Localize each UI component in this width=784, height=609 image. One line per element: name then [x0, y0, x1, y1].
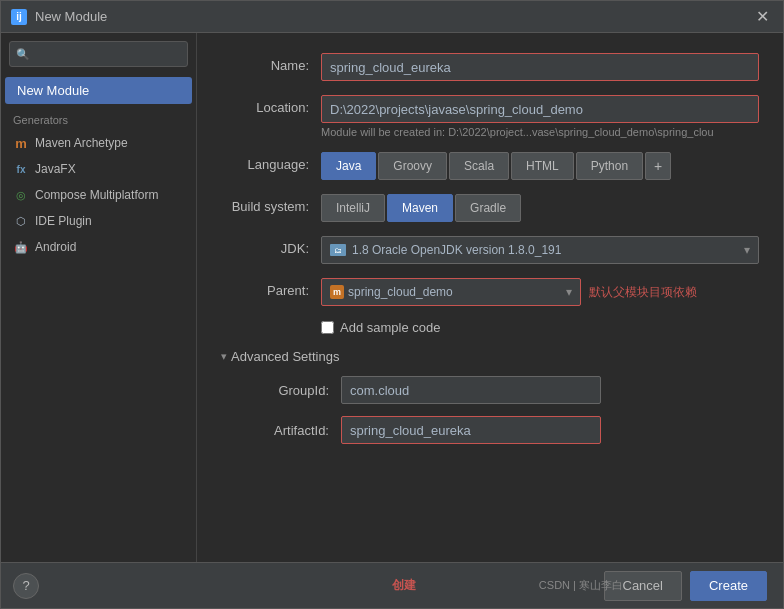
- parent-m-icon: m: [330, 285, 344, 299]
- search-box[interactable]: 🔍: [9, 41, 188, 67]
- parent-dropdown[interactable]: m spring_cloud_demo ▾: [321, 278, 581, 306]
- jdk-row: JDK: 🗂 1.8 Oracle OpenJDK version 1.8.0_…: [221, 236, 759, 264]
- add-sample-code-row: Add sample code: [221, 320, 759, 335]
- sidebar-item-compose[interactable]: ◎ Compose Multiplatform: [1, 182, 196, 208]
- build-system-buttons: IntelliJ Maven Gradle: [321, 194, 759, 222]
- groupid-label: GroupId:: [261, 383, 341, 398]
- parent-label: Parent:: [221, 278, 321, 298]
- location-label: Location:: [221, 95, 321, 115]
- groupid-row: GroupId:: [221, 376, 759, 404]
- build-system-row: Build system: IntelliJ Maven Gradle: [221, 194, 759, 222]
- artifactid-label: ArtifactId:: [261, 423, 341, 438]
- close-button[interactable]: ✕: [752, 7, 773, 26]
- lang-add-button[interactable]: +: [645, 152, 671, 180]
- parent-chevron-icon: ▾: [566, 285, 572, 299]
- artifactid-row: ArtifactId:: [221, 416, 759, 444]
- javafx-icon: fx: [13, 161, 29, 177]
- sidebar-item-new-module[interactable]: New Module: [5, 77, 192, 104]
- lang-python-button[interactable]: Python: [576, 152, 643, 180]
- location-hint: Module will be created in: D:\2022\proje…: [321, 126, 759, 138]
- location-input[interactable]: [321, 95, 759, 123]
- jdk-dropdown[interactable]: 🗂 1.8 Oracle OpenJDK version 1.8.0_191 ▾: [321, 236, 759, 264]
- lang-scala-button[interactable]: Scala: [449, 152, 509, 180]
- dialog-content: 🔍 New Module Generators m Maven Archetyp…: [1, 33, 783, 562]
- name-row: Name:: [221, 53, 759, 81]
- name-input[interactable]: [321, 53, 759, 81]
- parent-field: m spring_cloud_demo ▾ 默认父模块目项依赖: [321, 278, 759, 306]
- location-row: Location: Module will be created in: D:\…: [221, 95, 759, 138]
- maven-icon: m: [13, 135, 29, 151]
- jdk-icon: 🗂: [330, 244, 346, 256]
- parent-value: spring_cloud_demo: [348, 285, 453, 299]
- language-label: Language:: [221, 152, 321, 172]
- lang-groovy-button[interactable]: Groovy: [378, 152, 447, 180]
- build-maven-button[interactable]: Maven: [387, 194, 453, 222]
- artifactid-input[interactable]: [341, 416, 601, 444]
- name-label: Name:: [221, 53, 321, 73]
- ide-plugin-icon: ⬡: [13, 213, 29, 229]
- lang-html-button[interactable]: HTML: [511, 152, 574, 180]
- jdk-label: JDK:: [221, 236, 321, 256]
- jdk-value: 1.8 Oracle OpenJDK version 1.8.0_191: [352, 243, 561, 257]
- title-bar: ij New Module ✕: [1, 1, 783, 33]
- compose-icon: ◎: [13, 187, 29, 203]
- build-system-label: Build system:: [221, 194, 321, 214]
- build-intellij-button[interactable]: IntelliJ: [321, 194, 385, 222]
- bottom-note: 创建: [392, 577, 416, 594]
- main-panel: Name: Location: Module will be created i…: [197, 33, 783, 562]
- add-sample-code-label[interactable]: Add sample code: [340, 320, 440, 335]
- language-buttons: Java Groovy Scala HTML Python +: [321, 152, 759, 180]
- groupid-input[interactable]: [341, 376, 601, 404]
- build-gradle-button[interactable]: Gradle: [455, 194, 521, 222]
- advanced-settings-header[interactable]: ▾ Advanced Settings: [221, 349, 759, 364]
- sidebar-item-maven-archetype[interactable]: m Maven Archetype: [1, 130, 196, 156]
- name-field: [321, 53, 759, 81]
- parent-note: 默认父模块目项依赖: [589, 284, 697, 301]
- watermark: CSDN | 寒山李白: [539, 578, 623, 593]
- sidebar-item-javafx[interactable]: fx JavaFX: [1, 156, 196, 182]
- jdk-chevron-icon: ▾: [744, 243, 750, 257]
- lang-java-button[interactable]: Java: [321, 152, 376, 180]
- sidebar-item-ide-plugin[interactable]: ⬡ IDE Plugin: [1, 208, 196, 234]
- app-icon: ij: [11, 9, 27, 25]
- location-field: Module will be created in: D:\2022\proje…: [321, 95, 759, 138]
- create-button[interactable]: Create: [690, 571, 767, 601]
- parent-row: Parent: m spring_cloud_demo ▾ 默认父模块目项依赖: [221, 278, 759, 306]
- language-row: Language: Java Groovy Scala HTML Python …: [221, 152, 759, 180]
- android-icon: 🤖: [13, 239, 29, 255]
- advanced-chevron-icon: ▾: [221, 350, 227, 363]
- generators-label: Generators: [1, 106, 196, 130]
- add-sample-code-checkbox[interactable]: [321, 321, 334, 334]
- jdk-field: 🗂 1.8 Oracle OpenJDK version 1.8.0_191 ▾: [321, 236, 759, 264]
- new-module-dialog: ij New Module ✕ 🔍 New Module Generators …: [0, 0, 784, 609]
- sidebar: 🔍 New Module Generators m Maven Archetyp…: [1, 33, 197, 562]
- search-icon: 🔍: [16, 48, 30, 61]
- advanced-settings-label: Advanced Settings: [231, 349, 339, 364]
- sidebar-item-android[interactable]: 🤖 Android: [1, 234, 196, 260]
- dialog-title: New Module: [35, 9, 752, 24]
- bottom-bar: ? 创建 CSDN | 寒山李白 Cancel Create: [1, 562, 783, 608]
- help-button[interactable]: ?: [13, 573, 39, 599]
